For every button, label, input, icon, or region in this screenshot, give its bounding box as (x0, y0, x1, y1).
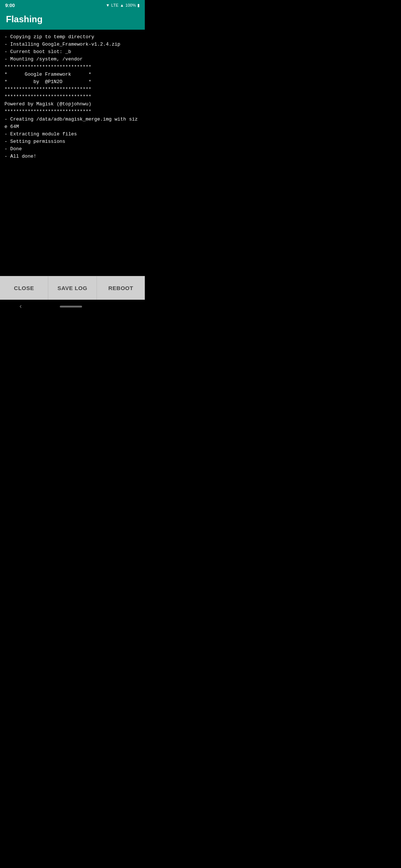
battery-percent: 100% (125, 3, 136, 7)
nav-bar: ‹ (0, 300, 145, 313)
lte-icon: LTE (111, 3, 118, 7)
reboot-button[interactable]: REBOOT (97, 276, 145, 300)
top-bar: Flashing (0, 10, 145, 30)
close-button[interactable]: CLOSE (0, 276, 48, 300)
home-pill[interactable] (60, 306, 82, 308)
status-bar: 9:00 ▼ LTE ▲ 100% ▮ (0, 0, 145, 10)
status-icons: ▼ LTE ▲ 100% ▮ (106, 3, 140, 8)
wifi-icon: ▼ (106, 3, 110, 7)
log-area: - Copying zip to temp directory - Instal… (0, 30, 145, 275)
status-time: 9:00 (5, 3, 15, 8)
battery-icon: ▮ (137, 3, 140, 8)
page-title: Flashing (6, 14, 139, 24)
save-log-button[interactable]: SAVE LOG (48, 276, 97, 300)
signal-icon: ▲ (120, 3, 124, 7)
log-text: - Copying zip to temp directory - Instal… (4, 33, 140, 160)
back-icon[interactable]: ‹ (19, 303, 23, 310)
bottom-buttons: CLOSE SAVE LOG REBOOT (0, 276, 145, 300)
